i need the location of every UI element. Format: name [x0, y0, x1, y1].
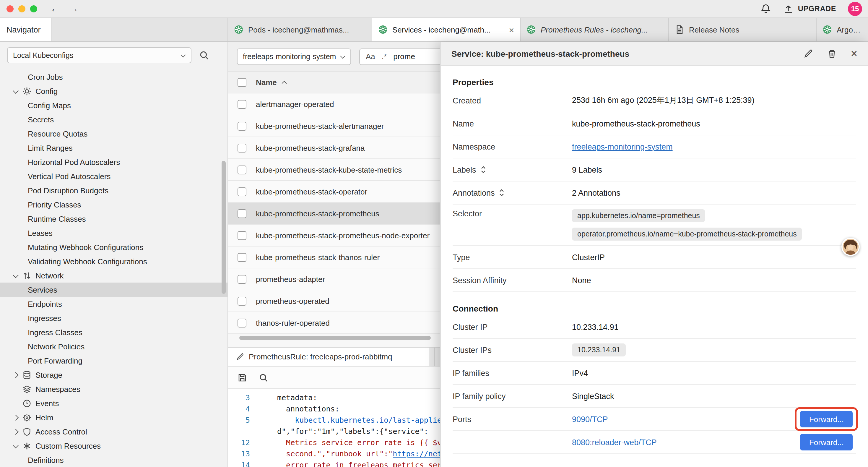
minimize-window-button[interactable] — [18, 5, 25, 12]
line-code: second.","runbook_url":"https://net — [255, 448, 442, 459]
expander-icon[interactable] — [12, 386, 21, 392]
navigator-sidebar: Local Kubeconfigs Cron Jobs Config Confi… — [0, 42, 228, 467]
sidebar-item-custom-resources[interactable]: Custom Resources — [0, 439, 227, 453]
port-link[interactable]: 8080:reloader-web/TCP — [572, 438, 657, 447]
tab-services[interactable]: Services - icecheng@math... × — [372, 18, 521, 41]
dock-tab-prometheusrule[interactable]: PrometheusRule: freeleaps-prod-rabbitmq — [228, 348, 429, 366]
row-checkbox[interactable] — [238, 296, 246, 305]
sidebar-item-cron-jobs[interactable]: Cron Jobs — [0, 70, 227, 84]
expander-icon[interactable] — [12, 88, 21, 94]
sidebar-item-port-forwarding[interactable]: Port Forwarding — [0, 353, 227, 368]
tab-argo[interactable]: Argo Se — [816, 18, 868, 41]
chevron-down-icon — [181, 53, 186, 58]
row-checkbox[interactable] — [238, 253, 246, 262]
row-checkbox[interactable] — [238, 99, 246, 109]
row-checkbox[interactable] — [238, 231, 246, 240]
sidebar-item-ingresses[interactable]: Ingresses — [0, 311, 227, 325]
namespace-filter-select[interactable]: freeleaps-monitoring-system — [237, 48, 351, 65]
user-avatar[interactable] — [841, 238, 860, 256]
expander-icon[interactable] — [12, 272, 21, 279]
sidebar-item-vertical-pod-autoscalers[interactable]: Vertical Pod Autoscalers — [0, 169, 227, 183]
sidebar-item-label: Helm — [35, 413, 54, 422]
delete-icon[interactable] — [827, 49, 837, 58]
maximize-window-button[interactable] — [30, 5, 37, 12]
kubeconfig-selector[interactable]: Local Kubeconfigs — [7, 47, 191, 63]
match-case-toggle[interactable]: Aa — [366, 52, 375, 61]
namespace-link[interactable]: freeleaps-monitoring-system — [572, 142, 673, 151]
sidebar-item-definitions[interactable]: Definitions — [0, 453, 227, 467]
bell-icon[interactable] — [761, 3, 771, 14]
sidebar-item-config[interactable]: Config — [0, 84, 227, 98]
edit-icon[interactable] — [804, 49, 813, 58]
tab-bar: Navigator Pods - icecheng@mathmas... Ser… — [0, 18, 868, 42]
row-checkbox[interactable] — [238, 165, 246, 174]
expander-icon[interactable] — [12, 443, 21, 449]
sidebar-item-resource-quotas[interactable]: Resource Quotas — [0, 126, 227, 141]
sidebar-item-network[interactable]: Network — [0, 268, 227, 283]
save-icon[interactable] — [238, 373, 247, 382]
sidebar-item-helm[interactable]: Helm — [0, 410, 227, 425]
expand-annotations-icon[interactable] — [499, 188, 505, 197]
sidebar-item-pod-disruption-budgets[interactable]: Pod Disruption Budgets — [0, 183, 227, 198]
gear-icon — [23, 87, 31, 95]
upgrade-button[interactable]: UPGRADE — [783, 3, 836, 14]
sidebar-scrollbar[interactable] — [222, 161, 226, 294]
row-checkbox[interactable] — [238, 274, 246, 284]
expander-icon[interactable] — [12, 429, 21, 435]
regex-toggle[interactable]: .* — [382, 52, 387, 61]
row-name: kube-prometheus-stack-kube-state-metrics — [256, 165, 402, 174]
sidebar-item-secrets[interactable]: Secrets — [0, 112, 227, 126]
forward-button[interactable]: Forward... — [800, 434, 852, 450]
tab-release-notes[interactable]: Release Notes — [669, 18, 816, 41]
close-icon[interactable]: × — [851, 48, 857, 59]
sidebar-item-mutating-webhook-configurations[interactable]: Mutating Webhook Configurations — [0, 240, 227, 254]
row-name: kube-prometheus-stack-grafana — [256, 143, 365, 152]
tab-prometheus-rules[interactable]: Prometheus Rules - icecheng... — [521, 18, 669, 41]
sidebar-item-runtime-classes[interactable]: Runtime Classes — [0, 212, 227, 226]
sidebar-item-network-policies[interactable]: Network Policies — [0, 339, 227, 353]
line-number: 13 — [228, 448, 255, 459]
horizontal-scrollbar[interactable] — [239, 336, 431, 340]
sidebar-item-priority-classes[interactable]: Priority Classes — [0, 198, 227, 212]
sidebar-item-storage[interactable]: Storage — [0, 368, 227, 382]
sidebar-item-config-maps[interactable]: Config Maps — [0, 98, 227, 112]
window-titlebar: ← → UPGRADE 15 — [0, 0, 868, 18]
expand-labels-icon[interactable] — [480, 166, 486, 174]
sidebar-item-access-control[interactable]: Access Control — [0, 425, 227, 439]
sidebar-item-endpoints[interactable]: Endpoints — [0, 297, 227, 311]
sidebar-item-events[interactable]: Events — [0, 396, 227, 410]
row-checkbox[interactable] — [238, 187, 246, 196]
forward-button[interactable]: Forward... — [800, 411, 852, 428]
row-checkbox[interactable] — [238, 318, 246, 327]
back-button[interactable]: ← — [50, 4, 60, 13]
sidebar-item-limit-ranges[interactable]: Limit Ranges — [0, 141, 227, 155]
editor-search-icon[interactable] — [259, 373, 268, 382]
sidebar-item-label: Runtime Classes — [28, 214, 86, 223]
tab-pods[interactable]: Pods - icecheng@mathmas... — [228, 18, 372, 41]
select-all-checkbox[interactable] — [238, 78, 246, 87]
sidebar-item-ingress-classes[interactable]: Ingress Classes — [0, 325, 227, 339]
forward-button-nav[interactable]: → — [68, 4, 79, 13]
expander-icon[interactable] — [12, 372, 21, 378]
sidebar-item-leases[interactable]: Leases — [0, 226, 227, 240]
property-row-ip-families: IP families IPv4 — [453, 362, 856, 385]
close-window-button[interactable] — [6, 5, 13, 12]
expander-icon[interactable] — [12, 414, 21, 420]
row-checkbox[interactable] — [238, 121, 246, 130]
port-link[interactable]: 9090/TCP — [572, 415, 608, 424]
sidebar-item-services[interactable]: Services — [0, 283, 227, 297]
line-number — [228, 426, 255, 437]
row-checkbox[interactable] — [238, 209, 246, 218]
asterisk-icon — [23, 441, 31, 450]
sidebar-item-validating-webhook-configurations[interactable]: Validating Webhook Configurations — [0, 254, 227, 268]
row-checkbox[interactable] — [238, 143, 246, 152]
close-tab-icon[interactable]: × — [505, 25, 514, 35]
sidebar-item-label: Ingress Classes — [28, 328, 83, 337]
navigator-tab[interactable]: Navigator — [0, 18, 52, 41]
search-icon[interactable] — [199, 50, 209, 60]
name-column-header[interactable]: Name — [256, 78, 287, 87]
expander-icon[interactable] — [12, 400, 21, 406]
sidebar-item-namespaces[interactable]: Namespaces — [0, 382, 227, 396]
notification-badge[interactable]: 15 — [848, 1, 862, 16]
sidebar-item-horizontal-pod-autoscalers[interactable]: Horizontal Pod Autoscalers — [0, 155, 227, 169]
